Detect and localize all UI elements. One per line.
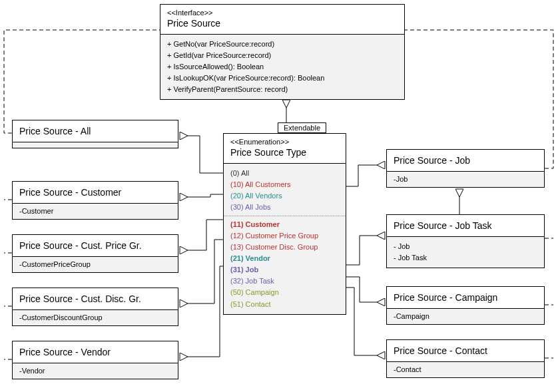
- class-title: Price Source - Cust. Price Gr.: [19, 240, 171, 251]
- class-price-source-all: Price Source - All: [12, 120, 178, 148]
- class-body: - Job- Job Task: [387, 237, 544, 268]
- interface-method: + IsSourceAllowed(): Boolean: [167, 61, 398, 73]
- interface-method: + VerifyParent(ParentSource: record): [167, 84, 398, 95]
- class-price-source-customer: Price Source - Customer -Customer: [12, 181, 178, 220]
- interface-price-source: <<Interface>> Price Source + GetNo(var P…: [160, 4, 405, 100]
- enum-value: (11) Customer: [230, 219, 339, 230]
- class-body: -Customer: [13, 204, 178, 219]
- enum-title: Price Source Type: [230, 147, 339, 158]
- class-price-source-job: Price Source - Job -Job: [386, 149, 545, 188]
- class-body-line: - Job: [394, 241, 537, 252]
- class-title: Price Source - Campaign: [394, 292, 537, 303]
- interface-method: + GetNo(var PriceSource:record): [167, 39, 398, 50]
- class-body: -Job: [387, 172, 544, 187]
- enum-value: (50) Campaign: [230, 287, 339, 298]
- class-title: Price Source - Job Task: [394, 220, 537, 231]
- enum-value: (10) All Customers: [230, 179, 339, 190]
- class-price-source-cust-price-gr: Price Source - Cust. Price Gr. -Customer…: [12, 234, 178, 273]
- enum-value: (30) All Jobs: [230, 202, 339, 213]
- class-title: Price Source - Job: [394, 155, 537, 166]
- class-body: -CustomerDiscountGroup: [13, 310, 178, 325]
- class-price-source-job-task: Price Source - Job Task - Job- Job Task: [386, 214, 545, 268]
- enum-value: (0) All: [230, 168, 339, 179]
- enum-price-source-type: <<Enumeration>> Price Source Type (0) Al…: [223, 133, 346, 315]
- class-title: Price Source - Vendor: [19, 347, 171, 357]
- interface-stereotype: <<Interface>>: [167, 9, 398, 17]
- class-body: [13, 142, 178, 148]
- enum-value: (31) Job: [230, 264, 339, 276]
- enum-stereotype: <<Enumeration>>: [230, 138, 339, 146]
- extendable-tag: Extendable: [278, 122, 326, 133]
- class-body-line: - Job Task: [394, 252, 537, 264]
- class-price-source-contact: Price Source - Contact -Contact: [386, 339, 545, 378]
- class-title: Price Source - All: [19, 126, 171, 136]
- class-price-source-cust-disc-gr: Price Source - Cust. Disc. Gr. -Customer…: [12, 288, 178, 326]
- class-body: -Contact: [387, 362, 544, 377]
- class-body: -Campaign: [387, 309, 544, 324]
- interface-method: + GetId(var PriceSource:record): [167, 50, 398, 61]
- class-price-source-vendor: Price Source - Vendor -Vendor: [12, 341, 178, 379]
- interface-methods: + GetNo(var PriceSource:record)+ GetId(v…: [160, 35, 404, 99]
- class-body: -Vendor: [13, 363, 178, 379]
- enum-value: (20) All Vendors: [230, 190, 339, 202]
- class-title: Price Source - Customer: [19, 187, 171, 198]
- class-body: -CustomerPriceGroup: [13, 257, 178, 272]
- enum-value: (32) Job Task: [230, 276, 339, 287]
- enum-value: (51) Contact: [230, 299, 339, 310]
- interface-method: + IsLookupOK(var PriceSource:record): Bo…: [167, 73, 398, 84]
- class-title: Price Source - Contact: [394, 345, 537, 356]
- enum-value: (21) Vendor: [230, 253, 339, 264]
- class-price-source-campaign: Price Source - Campaign -Campaign: [386, 286, 545, 325]
- enum-value: (12) Customer Price Group: [230, 230, 339, 242]
- enum-value: (13) Customer Disc. Group: [230, 242, 339, 253]
- class-title: Price Source - Cust. Disc. Gr.: [19, 294, 171, 304]
- interface-title: Price Source: [167, 18, 398, 29]
- enum-values: (0) All(10) All Customers(20) All Vendor…: [224, 164, 346, 314]
